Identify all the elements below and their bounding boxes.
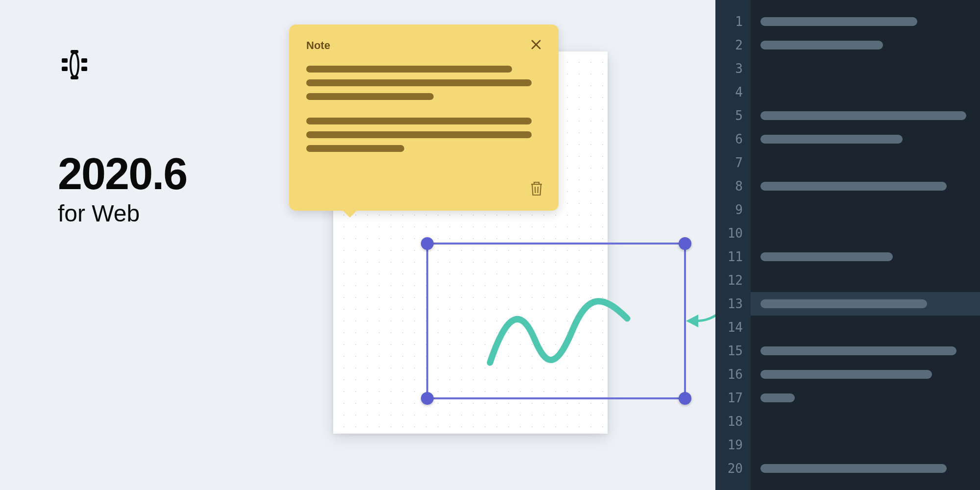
- outline-row[interactable]: [760, 10, 980, 33]
- resize-handle-bl[interactable]: [421, 392, 434, 405]
- line-number: 1: [715, 10, 751, 33]
- resize-handle-br[interactable]: [679, 392, 691, 405]
- line-number: 13: [715, 292, 751, 316]
- outline-text-bar: [760, 464, 947, 473]
- outline-text-bar: [760, 182, 947, 191]
- ink-annotation[interactable]: [475, 279, 642, 379]
- line-number: 7: [715, 151, 751, 174]
- note-text-line: [306, 66, 512, 73]
- note-text-line: [306, 131, 532, 138]
- outline-text-bar: [760, 299, 927, 308]
- line-number: 12: [715, 269, 751, 292]
- svg-rect-0: [62, 58, 68, 63]
- outline-row[interactable]: [760, 57, 980, 80]
- version-subtitle: for Web: [58, 200, 187, 227]
- line-number: 4: [715, 80, 751, 104]
- outline-text-bar: [760, 370, 932, 379]
- trash-icon[interactable]: [529, 180, 544, 199]
- note-body: [306, 66, 541, 152]
- outline-text-bar: [760, 135, 903, 144]
- note-text-line: [306, 79, 532, 86]
- line-number: 16: [715, 363, 751, 386]
- line-number: 9: [715, 198, 751, 221]
- outline-row[interactable]: [760, 198, 980, 221]
- line-number: 3: [715, 57, 751, 80]
- globe-icon: [59, 49, 90, 82]
- resize-handle-tr[interactable]: [679, 237, 691, 250]
- line-number: 11: [715, 245, 751, 269]
- line-number: 18: [715, 410, 751, 433]
- line-number: 19: [715, 433, 751, 457]
- outline-row[interactable]: [760, 221, 980, 245]
- outline-row[interactable]: [760, 410, 980, 433]
- line-number: 2: [715, 33, 751, 57]
- outline-row[interactable]: [760, 386, 980, 410]
- note-text-line: [306, 93, 434, 100]
- outline-row[interactable]: [760, 33, 980, 57]
- line-number: 15: [715, 339, 751, 363]
- outline-text-bar: [760, 41, 883, 49]
- svg-rect-2: [62, 67, 68, 71]
- outline-text-bar: [760, 17, 917, 26]
- outline-panel: 1234567891011121314151617181920: [715, 0, 980, 490]
- line-number: 17: [715, 386, 751, 410]
- note-popup[interactable]: Note: [289, 24, 559, 211]
- svg-rect-3: [81, 67, 87, 71]
- outline-row[interactable]: [760, 104, 980, 127]
- line-number-gutter: 1234567891011121314151617181920: [715, 0, 751, 490]
- outline-row[interactable]: [760, 245, 980, 269]
- outline-text-bar: [760, 393, 795, 402]
- svg-rect-1: [81, 58, 87, 63]
- svg-rect-4: [71, 50, 78, 53]
- outline-row[interactable]: [760, 174, 980, 198]
- version-number: 2020.6: [58, 152, 187, 196]
- svg-rect-5: [71, 76, 78, 79]
- outline-row[interactable]: [760, 151, 980, 174]
- outline-row[interactable]: [751, 292, 980, 316]
- outline-row[interactable]: [760, 127, 980, 151]
- outline-row[interactable]: [760, 433, 980, 457]
- outline-text-bar: [760, 252, 893, 261]
- note-text-line: [306, 145, 404, 152]
- outline-content[interactable]: [751, 0, 980, 490]
- resize-handle-tl[interactable]: [421, 237, 434, 250]
- line-number: 10: [715, 221, 751, 245]
- line-number: 14: [715, 316, 751, 339]
- line-number: 5: [715, 104, 751, 127]
- outline-row[interactable]: [760, 363, 980, 386]
- outline-row[interactable]: [760, 339, 980, 363]
- outline-text-bar: [760, 111, 966, 120]
- outline-row[interactable]: [760, 316, 980, 339]
- line-number: 6: [715, 127, 751, 151]
- line-number: 20: [715, 457, 751, 480]
- outline-row[interactable]: [760, 269, 980, 292]
- outline-text-bar: [760, 346, 956, 355]
- outline-row[interactable]: [760, 80, 980, 104]
- outline-row[interactable]: [760, 457, 980, 480]
- note-text-line: [306, 118, 532, 124]
- note-title: Note: [306, 39, 330, 52]
- note-text-line: [306, 107, 541, 118]
- close-icon[interactable]: [531, 39, 541, 52]
- version-block: 2020.6 for Web: [58, 152, 187, 227]
- line-number: 8: [715, 174, 751, 198]
